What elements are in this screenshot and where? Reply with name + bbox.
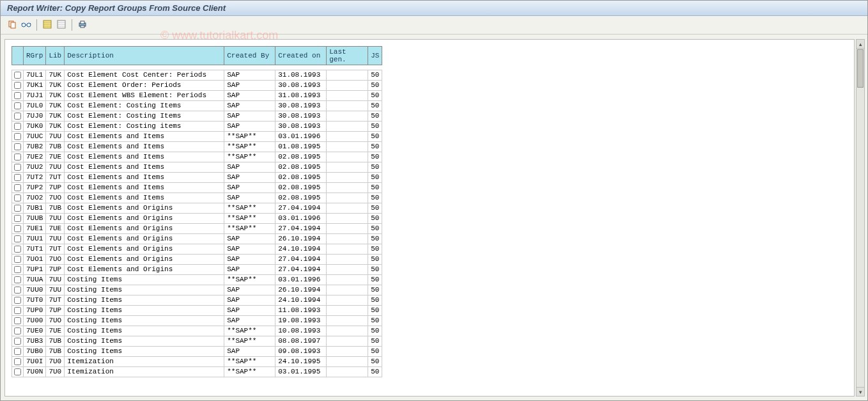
table-row[interactable]: 7UB37UBCosting Items**SAP**08.08.199750 (12, 336, 382, 347)
cell-created-on: 27.04.1994 (275, 224, 327, 234)
table-row[interactable]: 7UK07UKCost Element: Costing itemsSAP30.… (12, 122, 382, 132)
table-row[interactable]: 7UL07UKCost Element: Costing ItemsSAP30.… (12, 101, 382, 111)
cell-rgrp: 7UP1 (24, 265, 46, 275)
row-checkbox[interactable] (14, 164, 21, 171)
cell-rgrp: 7UK1 (24, 81, 46, 91)
table-row[interactable]: 7UUB7UUCost Elements and Origins**SAP**0… (12, 214, 382, 224)
table-row[interactable]: 7UO27UOCost Elements and ItemsSAP02.08.1… (12, 193, 382, 203)
cell-lib: 7UU (46, 214, 65, 224)
table-row[interactable]: 7UUC7UUCost Elements and Items**SAP**03.… (12, 132, 382, 142)
table-row[interactable]: 7UL17UKCost Element Cost Center: Periods… (12, 70, 382, 81)
row-checkbox[interactable] (14, 235, 21, 242)
row-checkbox[interactable] (14, 266, 21, 273)
row-checkbox-cell (12, 132, 24, 142)
table-row[interactable]: 7UUA7UUCosting Items**SAP**03.01.199650 (12, 275, 382, 285)
cell-rgrp: 7UO2 (24, 193, 46, 203)
row-checkbox[interactable] (14, 348, 21, 355)
col-js[interactable]: JS (368, 47, 382, 65)
vertical-scrollbar[interactable]: ▴ ▾ (856, 39, 865, 397)
cell-js: 50 (368, 306, 382, 316)
display-button[interactable] (20, 19, 33, 31)
row-checkbox[interactable] (14, 133, 21, 140)
table-row[interactable]: 7UE27UECost Elements and Items**SAP**02.… (12, 152, 382, 162)
row-checkbox[interactable] (14, 194, 21, 201)
col-lib[interactable]: Lib (46, 47, 65, 65)
cell-created-on: 02.08.1995 (275, 162, 327, 173)
cell-last-gen (327, 111, 368, 122)
cell-created-on: 02.08.1995 (275, 173, 327, 183)
table-row[interactable]: 7U0N7U0Itemization**SAP**03.01.199550 (12, 367, 382, 377)
table-row[interactable]: 7UE07UECosting Items**SAP**10.08.199350 (12, 326, 382, 336)
row-checkbox[interactable] (14, 153, 21, 161)
row-checkbox[interactable] (14, 72, 21, 79)
table-row[interactable]: 7UB27UBCost Elements and Items**SAP**01.… (12, 142, 382, 152)
table-row[interactable]: 7U007UOCosting ItemsSAP19.08.199350 (12, 316, 382, 326)
row-checkbox[interactable] (14, 317, 21, 324)
cell-description: Cost Elements and Origins (65, 203, 224, 214)
print-icon (78, 20, 87, 31)
table-row[interactable]: 7UB07UBCosting ItemsSAP09.08.199350 (12, 347, 382, 357)
row-checkbox[interactable] (14, 82, 21, 89)
table-row[interactable]: 7UP07UPCosting ItemsSAP11.08.199350 (12, 306, 382, 316)
row-checkbox[interactable] (14, 338, 21, 345)
table-row[interactable]: 7UT27UTCost Elements and ItemsSAP02.08.1… (12, 173, 382, 183)
cell-created-by: SAP (224, 193, 275, 203)
row-checkbox[interactable] (14, 297, 21, 304)
row-checkbox[interactable] (14, 276, 21, 283)
row-checkbox[interactable] (14, 184, 21, 191)
row-checkbox-cell (12, 224, 24, 234)
row-checkbox[interactable] (14, 215, 21, 222)
scroll-up-button[interactable]: ▴ (856, 40, 864, 49)
cell-js: 50 (368, 122, 382, 132)
row-checkbox[interactable] (14, 92, 21, 99)
scroll-thumb[interactable] (857, 49, 864, 88)
scroll-down-button[interactable]: ▾ (856, 387, 864, 396)
table-row[interactable]: 7UT07UTCosting ItemsSAP24.10.199450 (12, 295, 382, 306)
deselect-all-button[interactable] (55, 19, 68, 31)
cell-created-by: **SAP** (224, 152, 275, 162)
table-row[interactable]: 7UE17UECost Elements and Origins**SAP**2… (12, 224, 382, 234)
row-checkbox[interactable] (14, 205, 21, 212)
row-checkbox[interactable] (14, 143, 21, 150)
cell-rgrp: 7UU2 (24, 162, 46, 173)
row-checkbox[interactable] (14, 368, 21, 375)
copy-button[interactable] (6, 19, 19, 31)
table-row[interactable]: 7UP27UPCost Elements and ItemsSAP02.08.1… (12, 183, 382, 193)
col-rgrp[interactable]: RGrp (24, 47, 46, 65)
row-checkbox[interactable] (14, 287, 21, 294)
table-row[interactable]: 7UP17UPCost Elements and OriginsSAP27.04… (12, 265, 382, 275)
row-checkbox[interactable] (14, 358, 21, 365)
cell-created-by: **SAP** (224, 224, 275, 234)
table-row[interactable]: 7UJ07UKCost Element: Costing ItemsSAP30.… (12, 111, 382, 122)
row-checkbox[interactable] (14, 123, 21, 130)
col-last-gen[interactable]: Last gen. (327, 47, 368, 65)
row-checkbox[interactable] (14, 246, 21, 253)
table-row[interactable]: 7UO17UOCost Elements and OriginsSAP27.04… (12, 255, 382, 265)
table-row[interactable]: 7UB17UBCost Elements and Origins**SAP**2… (12, 203, 382, 214)
col-checkbox[interactable] (12, 47, 24, 65)
row-checkbox[interactable] (14, 174, 21, 181)
col-created-on[interactable]: Created on (275, 47, 327, 65)
col-created-by[interactable]: Created By (224, 47, 275, 65)
cell-js: 50 (368, 173, 382, 183)
cell-description: Costing Items (65, 326, 224, 336)
cell-created-by: **SAP** (224, 357, 275, 367)
table-row[interactable]: 7UJ17UKCost Element WBS Element: Periods… (12, 91, 382, 101)
table-container[interactable]: RGrp Lib Description Created By Created … (5, 40, 854, 396)
table-row[interactable]: 7UU07UUCosting ItemsSAP26.10.199450 (12, 285, 382, 295)
row-checkbox[interactable] (14, 225, 21, 232)
table-row[interactable]: 7UU27UUCost Elements and ItemsSAP02.08.1… (12, 162, 382, 173)
row-checkbox[interactable] (14, 256, 21, 263)
table-row[interactable]: 7UU17UUCost Elements and OriginsSAP26.10… (12, 234, 382, 244)
row-checkbox[interactable] (14, 113, 21, 120)
cell-last-gen (327, 91, 368, 101)
row-checkbox[interactable] (14, 327, 21, 334)
table-row[interactable]: 7U0I7U0Itemization**SAP**24.10.199550 (12, 357, 382, 367)
select-all-button[interactable] (41, 19, 54, 31)
table-row[interactable]: 7UK17UKCost Element Order: PeriodsSAP30.… (12, 81, 382, 91)
print-button[interactable] (76, 19, 89, 31)
col-description[interactable]: Description (65, 47, 224, 65)
row-checkbox[interactable] (14, 307, 21, 314)
table-row[interactable]: 7UT17UTCost Elements and OriginsSAP24.10… (12, 244, 382, 255)
row-checkbox[interactable] (14, 102, 21, 109)
